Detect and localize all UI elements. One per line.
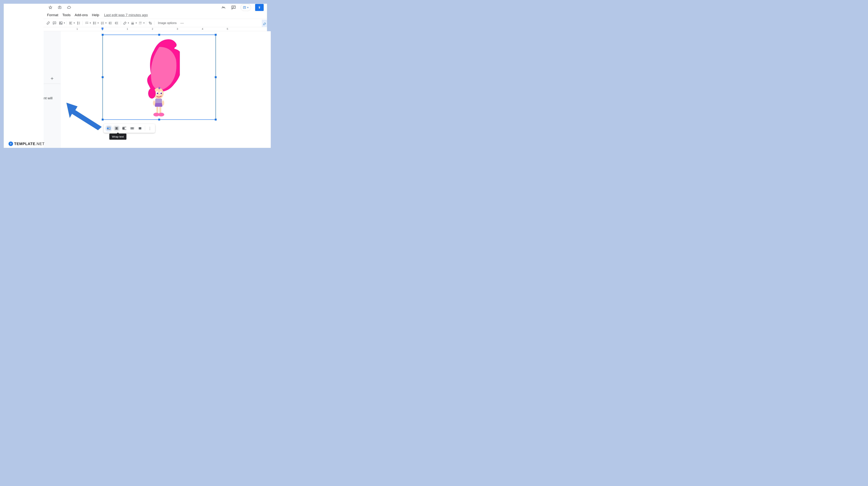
comment-icon[interactable]: [230, 4, 237, 10]
svg-point-9: [93, 24, 94, 24]
svg-rect-25: [116, 128, 117, 129]
resize-handle-mr[interactable]: [215, 76, 217, 78]
toolbar: ▼ ▼ ▼ ▼ ▼ ▼ ▼ ▼ Image options ⋯: [44, 19, 267, 27]
menu-tools[interactable]: Tools: [60, 12, 72, 18]
break-text-button[interactable]: [121, 125, 128, 132]
annotation-arrow: [64, 101, 105, 132]
resize-handle-br[interactable]: [215, 119, 217, 121]
svg-point-7: [93, 22, 94, 22]
resize-handle-bm[interactable]: [158, 119, 160, 121]
align-button[interactable]: ▼: [68, 20, 75, 26]
svg-point-18: [153, 100, 155, 105]
cloud-status-icon[interactable]: [66, 4, 72, 10]
menu-help[interactable]: Help: [90, 12, 101, 18]
wrap-text-button[interactable]: [113, 125, 120, 132]
app-frame: ▼ Format Tools Add-ons Help Last edit wa…: [4, 4, 267, 148]
image-options-button[interactable]: Image options: [156, 21, 179, 25]
ruler-mark: 3: [177, 28, 178, 30]
svg-rect-24: [107, 128, 109, 129]
docs-app: ▼ Format Tools Add-ons Help Last edit wa…: [44, 4, 267, 148]
svg-rect-3: [259, 7, 260, 8]
ruler-mark: 1: [76, 28, 78, 30]
bulleted-list-button[interactable]: ▼: [92, 20, 99, 26]
insert-link-button[interactable]: [45, 20, 51, 26]
inline-button[interactable]: [105, 125, 113, 132]
move-icon[interactable]: [57, 4, 63, 10]
ruler[interactable]: 1 1 2 3 4 5: [44, 27, 267, 31]
decrease-indent-button[interactable]: [107, 20, 113, 26]
line-spacing-button[interactable]: [75, 20, 82, 26]
svg-point-15: [148, 88, 156, 98]
toolbar-separator: [154, 21, 155, 25]
svg-rect-17: [155, 103, 162, 107]
canvas: + nt will: [44, 31, 267, 148]
selected-image[interactable]: [141, 37, 180, 118]
title-doc-icons: [48, 4, 72, 10]
increase-indent-button[interactable]: [114, 20, 120, 26]
fragment-text: nt will: [44, 96, 60, 100]
ruler-mark: 1: [127, 28, 128, 30]
divider: [44, 84, 60, 84]
behind-text-button[interactable]: [128, 125, 136, 132]
svg-point-8: [93, 23, 94, 23]
numbered-list-button[interactable]: ▼: [99, 20, 107, 26]
menu-addons[interactable]: Add-ons: [73, 12, 90, 18]
watermark-icon: T: [8, 142, 13, 146]
activity-icon[interactable]: [220, 4, 226, 10]
image-selection[interactable]: [102, 35, 216, 120]
ruler-mark: 5: [227, 28, 228, 30]
menu-format[interactable]: Format: [45, 12, 60, 18]
editing-mode-strip[interactable]: [262, 20, 267, 28]
resize-handle-tr[interactable]: [215, 34, 217, 36]
add-outline-button[interactable]: +: [44, 75, 60, 84]
watermark: T TEMPLATE.NET: [8, 142, 44, 146]
ruler-mark: 2: [152, 28, 153, 30]
border-color-button[interactable]: ▼: [122, 20, 129, 26]
watermark-text: TEMPLATE.NET: [14, 142, 44, 146]
toolbar-separator: [121, 21, 121, 25]
svg-rect-26: [123, 128, 124, 129]
svg-rect-1: [232, 6, 236, 8]
title-right: ▼: [220, 4, 265, 11]
insert-image-button[interactable]: ▼: [58, 20, 65, 26]
outline-fragment: + nt will: [44, 75, 60, 100]
present-button[interactable]: ▼: [241, 4, 251, 11]
resize-handle-tl[interactable]: [102, 34, 103, 36]
svg-rect-20: [156, 107, 158, 113]
svg-point-23: [158, 113, 164, 116]
in-front-text-button[interactable]: [136, 125, 144, 132]
svg-rect-5: [60, 22, 62, 24]
resize-handle-tm[interactable]: [158, 34, 160, 36]
svg-point-14: [160, 93, 162, 94]
toolbar-separator: [66, 21, 67, 25]
add-comment-button[interactable]: [52, 20, 58, 26]
svg-point-13: [157, 93, 158, 94]
crop-button[interactable]: [147, 20, 153, 26]
toolbar-separator: [146, 21, 146, 25]
last-edit-link[interactable]: Last edit was 7 minutes ago: [104, 13, 148, 17]
title-row: ▼: [44, 4, 267, 11]
border-dash-button[interactable]: ▼: [137, 20, 145, 26]
svg-rect-21: [159, 107, 161, 113]
toolbar-separator: [83, 21, 83, 25]
chevron-down-icon: ▼: [247, 6, 249, 8]
menubar: Format Tools Add-ons Help Last edit was …: [44, 11, 267, 19]
checklist-button[interactable]: ▼: [84, 20, 91, 26]
more-options-button[interactable]: ⋮: [146, 125, 154, 132]
border-weight-button[interactable]: ▼: [130, 20, 137, 26]
svg-rect-28: [139, 127, 141, 129]
svg-point-19: [162, 100, 164, 105]
resize-handle-ml[interactable]: [102, 76, 103, 78]
image-wrap-toolbar: ⋮: [103, 124, 155, 133]
ruler-mark: 4: [202, 28, 203, 30]
wrap-text-tooltip: Wrap text: [109, 133, 126, 140]
document-page[interactable]: ⋮ Wrap text: [61, 31, 271, 148]
share-button[interactable]: [255, 4, 264, 11]
indent-marker[interactable]: [101, 29, 103, 31]
star-icon[interactable]: [48, 4, 53, 10]
more-button[interactable]: ⋯: [179, 20, 185, 26]
